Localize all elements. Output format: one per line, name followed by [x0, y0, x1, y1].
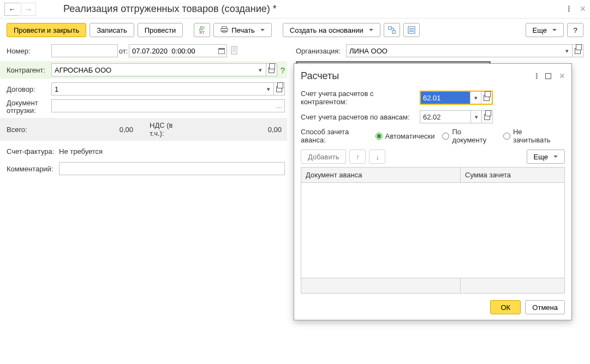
shipdoc-ellipsis[interactable]: … [274, 99, 285, 112]
adv-dropdown[interactable]: ▾ [470, 111, 481, 123]
total-value: 0,00 [51, 126, 133, 134]
invoice-label: Счет-фактура: [7, 147, 59, 156]
svg-rect-4 [392, 31, 395, 33]
create-based-button[interactable]: Создать на основании [283, 23, 380, 37]
arrow-down-icon: ↓ [376, 153, 379, 161]
counterparty-label: Контрагент: [7, 66, 51, 74]
shipdoc-input[interactable] [51, 99, 274, 112]
add-button[interactable]: Добавить [301, 150, 346, 164]
acc-label: Счет учета расчетов с контрагентом: [301, 89, 420, 106]
help-icon[interactable]: ? [281, 65, 285, 75]
acc-open[interactable] [481, 92, 492, 104]
number-input[interactable] [51, 44, 118, 57]
radio-bydoc[interactable]: По документу [442, 128, 496, 144]
arrow-left-icon: ← [9, 5, 16, 14]
list-icon [408, 26, 415, 34]
svg-rect-1 [221, 28, 228, 31]
contract-open[interactable] [274, 82, 285, 96]
settlements-popup: Расчеты ••• × Счет учета расчетов с конт… [294, 63, 572, 320]
date-input[interactable] [129, 44, 216, 57]
counterparty-dropdown[interactable]: ▾ [255, 63, 266, 76]
move-up-button[interactable]: ↑ [349, 150, 366, 164]
vat-value: 0,00 [188, 126, 284, 134]
org-dropdown[interactable]: ▾ [562, 44, 573, 57]
popup-close-button[interactable]: × [559, 70, 565, 82]
org-open[interactable] [573, 44, 583, 57]
method-label: Способ зачета аванса: [301, 128, 373, 144]
popup-title: Расчеты [301, 70, 339, 82]
grid-col-doc: Документ аванса [301, 168, 461, 182]
vat-label: НДС (в т.ч.): [133, 121, 188, 138]
acc-value: 62.01 [421, 92, 470, 104]
kebab-menu-icon[interactable]: ••• [568, 6, 570, 13]
counterparty-open[interactable] [266, 63, 277, 76]
doc-icon[interactable] [230, 46, 239, 56]
contract-label: Договор: [7, 85, 51, 93]
printer-icon [220, 26, 228, 35]
contract-input[interactable] [51, 82, 263, 96]
radio-none[interactable]: Не зачитывать [503, 128, 559, 144]
svg-rect-3 [389, 27, 391, 29]
total-label: Всего: [7, 126, 51, 134]
post-button[interactable]: Провести [138, 23, 183, 37]
org-input[interactable] [346, 44, 562, 57]
print-button[interactable]: Печать [213, 23, 272, 37]
popup-kebab-icon[interactable]: ••• [535, 73, 538, 80]
from-label: от: [118, 47, 129, 55]
save-button[interactable]: Записать [90, 23, 134, 37]
ok-button[interactable]: ОК [490, 300, 521, 314]
svg-rect-9 [231, 46, 237, 54]
forward-button[interactable]: → [21, 3, 36, 16]
advance-grid[interactable]: Документ аванса Сумма зачета [301, 167, 565, 294]
list-button[interactable] [403, 23, 420, 37]
arrow-right-icon: → [25, 5, 32, 14]
cancel-button[interactable]: Отмена [525, 300, 565, 314]
move-down-button[interactable]: ↓ [369, 150, 385, 164]
popup-maximize-icon[interactable] [545, 73, 551, 79]
dtkt-icon: ДтКт [199, 26, 205, 34]
svg-rect-0 [222, 26, 227, 28]
grid-body[interactable] [301, 183, 564, 278]
arrow-up-icon: ↑ [356, 153, 360, 161]
page-title: Реализация отгруженных товаров (создание… [63, 3, 277, 15]
number-label: Номер: [7, 47, 51, 55]
back-button[interactable]: ← [4, 3, 20, 16]
calendar-icon [218, 48, 225, 54]
acc-dropdown[interactable]: ▾ [470, 92, 481, 104]
adv-value: 62.02 [420, 111, 470, 123]
dtkt-button[interactable]: ДтКт [194, 23, 210, 37]
adv-input[interactable]: 62.02 ▾ [420, 110, 493, 123]
popup-more-button[interactable]: Еще [527, 150, 565, 164]
radio-auto[interactable]: Автоматически [376, 132, 435, 140]
contract-dropdown[interactable]: ▾ [263, 82, 274, 96]
counterparty-input[interactable] [51, 63, 255, 76]
more-button[interactable]: Еще [526, 23, 564, 37]
adv-open[interactable] [481, 111, 492, 123]
comment-input[interactable] [59, 162, 285, 175]
comment-label: Комментарий: [7, 165, 59, 173]
close-button[interactable]: × [580, 3, 586, 15]
calendar-button[interactable] [216, 44, 227, 57]
grid-col-sum: Сумма зачета [461, 168, 564, 182]
post-and-close-button[interactable]: Провести и закрыть [7, 23, 86, 37]
invoice-value: Не требуется [59, 147, 103, 156]
adv-label: Счет учета расчетов по авансам: [301, 113, 420, 121]
structure-icon [388, 26, 396, 34]
acc-input[interactable]: 62.01 ▾ [420, 91, 493, 105]
help-button[interactable]: ? [567, 23, 583, 37]
shipdoc-label: Документ отгрузки: [7, 99, 51, 115]
structure-button[interactable] [384, 23, 400, 37]
org-label: Организация: [296, 47, 346, 55]
